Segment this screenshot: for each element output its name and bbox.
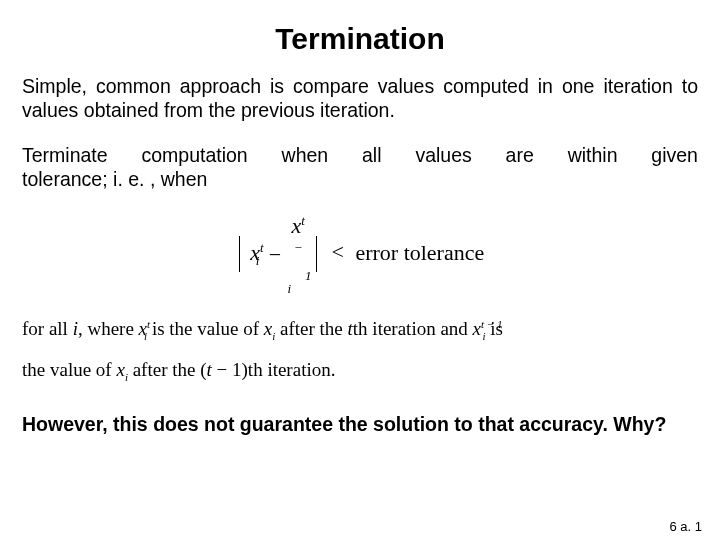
explanation-line-1: for all i, where xti is the value of xi …	[22, 317, 698, 344]
formula: xti − xt − 1i < error tolerance	[22, 212, 698, 298]
page-number: 6 a. 1	[669, 519, 702, 534]
paragraph-2-line-2: tolerance; i. e. , when	[22, 167, 698, 191]
abs-bar-right	[316, 236, 317, 272]
question-text: However, this does not guarantee the sol…	[22, 412, 698, 436]
error-tolerance-text: error tolerance	[355, 239, 484, 264]
inline-x-t-1: xt − 1i	[473, 318, 486, 339]
paragraph-2: Terminate computation when all values ar…	[22, 143, 698, 192]
term-x-t-1: xt − 1i	[289, 212, 308, 298]
inline-x-t: xti	[139, 318, 148, 339]
slide-body: Simple, common approach is compare value…	[0, 74, 720, 437]
minus-sign: −	[267, 241, 283, 269]
explanation-line-2: the value of xi after the (t − 1)th iter…	[22, 358, 698, 385]
slide: Termination Simple, common approach is c…	[0, 0, 720, 540]
abs-bar-left	[239, 236, 240, 272]
paragraph-2-line-1: Terminate computation when all values ar…	[22, 143, 698, 167]
term-x-t: xti	[248, 239, 261, 270]
slide-title: Termination	[0, 0, 720, 74]
less-than: <	[331, 239, 343, 264]
paragraph-1: Simple, common approach is compare value…	[22, 74, 698, 123]
